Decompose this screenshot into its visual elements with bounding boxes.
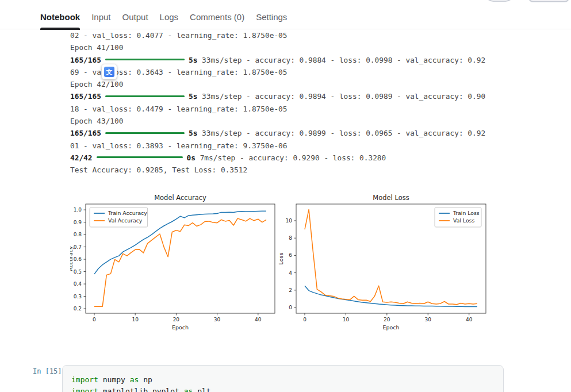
svg-text:0: 0 [289, 305, 292, 310]
tab-input[interactable]: Input [91, 5, 110, 29]
code-cell[interactable]: import numpy as npimport matplotlib.pypl… [62, 365, 504, 392]
tab-settings[interactable]: Settings [256, 5, 287, 29]
svg-text:Accuracy: Accuracy [70, 246, 74, 271]
svg-text:20: 20 [173, 317, 180, 322]
svg-text:10: 10 [343, 317, 350, 322]
log-line: Epoch 41/100 [70, 41, 485, 53]
tab-output-label: Output [122, 12, 148, 22]
progress-bar [105, 132, 185, 134]
svg-text:Val Accuracy: Val Accuracy [108, 217, 143, 224]
svg-text:0: 0 [303, 317, 306, 322]
log-line: 69 - val_loss: 0.3643 - learning_rate: 1… [70, 66, 485, 78]
svg-text:0.4: 0.4 [74, 281, 82, 287]
svg-text:8: 8 [289, 235, 292, 241]
header-partial-button-right[interactable] [528, 0, 569, 2]
svg-text:0.2: 0.2 [74, 306, 82, 312]
svg-text:0.5: 0.5 [74, 269, 82, 275]
svg-text:Epoch: Epoch [172, 324, 189, 330]
svg-text:20: 20 [384, 317, 390, 322]
log-output: 02 - val_loss: 0.4077 - learning_rate: 1… [70, 29, 485, 176]
svg-text:0.9: 0.9 [74, 220, 82, 225]
tab-notebook-label: Notebook [40, 12, 80, 22]
code-editor[interactable]: import numpy as npimport matplotlib.pypl… [71, 374, 503, 392]
tab-comments-label: Comments (0) [190, 12, 244, 22]
header-partial-button-left[interactable] [485, 0, 514, 2]
svg-text:30: 30 [425, 317, 432, 322]
code-line: import matplotlib.pyplot as plt [71, 386, 503, 392]
svg-text:2: 2 [289, 287, 292, 293]
svg-text:4: 4 [289, 270, 292, 276]
svg-text:1.0: 1.0 [74, 207, 82, 213]
svg-text:0.3: 0.3 [74, 294, 82, 299]
cell-execution-prompt: In [15]: [33, 367, 66, 375]
log-line: 02 - val_loss: 0.4077 - learning_rate: 1… [70, 29, 485, 41]
svg-text:0.7: 0.7 [74, 244, 82, 250]
svg-text:Model Loss: Model Loss [373, 194, 409, 202]
svg-text:0.6: 0.6 [74, 256, 82, 262]
notebook-tab-bar: Notebook Input Output Logs Comments (0) … [0, 5, 571, 29]
log-line: 165/1655s 33ms/step - accuracy: 0.9884 -… [70, 54, 485, 66]
accuracy-loss-figure: 0102030400.20.30.40.50.60.70.80.91.0Mode… [70, 193, 499, 336]
translate-icon[interactable]: 文 [102, 64, 117, 79]
code-line: import numpy as np [71, 374, 503, 386]
log-line: 165/1655s 33ms/step - accuracy: 0.9894 -… [70, 90, 485, 102]
translate-icon-glyph: 文 [104, 67, 114, 77]
svg-text:Train Accuracy: Train Accuracy [108, 210, 147, 216]
log-line: 01 - val_loss: 0.3893 - learning_rate: 9… [70, 140, 485, 152]
tab-logs[interactable]: Logs [160, 5, 179, 29]
svg-text:0.8: 0.8 [74, 232, 82, 237]
svg-text:10: 10 [286, 218, 293, 224]
svg-text:0: 0 [93, 317, 96, 322]
progress-bar [105, 95, 185, 97]
progress-bar [105, 59, 185, 60]
svg-text:10: 10 [132, 317, 139, 322]
tab-logs-label: Logs [160, 12, 179, 22]
tab-notebook[interactable]: Notebook [40, 5, 80, 29]
log-line: Test Accuracy: 0.9285, Test Loss: 0.3512 [70, 164, 485, 176]
svg-text:Loss: Loss [278, 253, 284, 265]
tab-input-label: Input [91, 12, 110, 22]
svg-text:Epoch: Epoch [382, 324, 399, 330]
log-line: 165/1655s 33ms/step - accuracy: 0.9899 -… [70, 127, 485, 139]
log-line: 18 - val_loss: 0.4479 - learning_rate: 1… [70, 103, 485, 115]
svg-text:40: 40 [255, 317, 262, 322]
svg-text:Val Loss: Val Loss [453, 217, 474, 224]
svg-text:Model Accuracy: Model Accuracy [154, 194, 206, 202]
svg-text:30: 30 [214, 317, 221, 322]
svg-text:6: 6 [289, 252, 292, 258]
tab-comments[interactable]: Comments (0) [190, 5, 244, 29]
progress-bar [97, 156, 183, 158]
log-line: Epoch 43/100 [70, 115, 485, 127]
svg-text:40: 40 [466, 317, 473, 322]
tab-settings-label: Settings [256, 12, 287, 22]
svg-text:Train Loss: Train Loss [453, 210, 480, 216]
log-line: Epoch 42/100 [70, 78, 485, 90]
tab-output[interactable]: Output [122, 5, 148, 29]
log-line: 42/420s 7ms/step - accuracy: 0.9290 - lo… [70, 152, 485, 164]
